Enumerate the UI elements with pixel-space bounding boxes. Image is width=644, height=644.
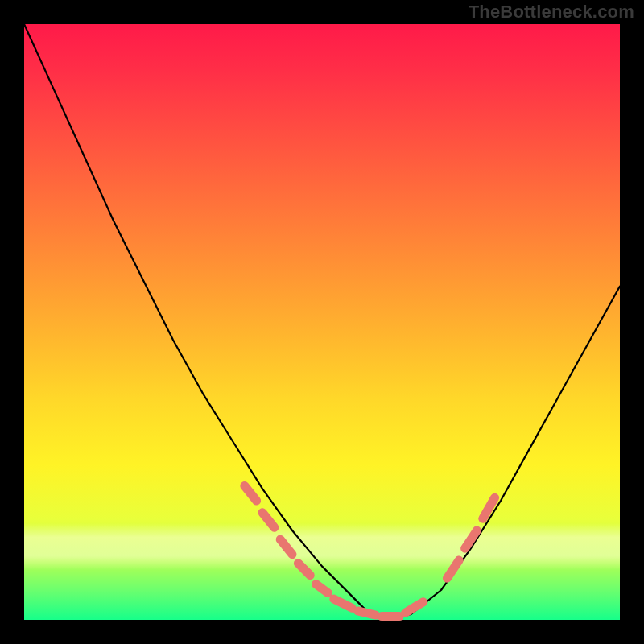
svg-line-10: [465, 530, 477, 548]
svg-line-3: [298, 564, 310, 576]
chart-frame: TheBottleneck.com: [0, 0, 644, 644]
plot-area: [24, 24, 620, 620]
bottleneck-curve: [24, 24, 620, 620]
svg-line-2: [280, 539, 292, 555]
highlight-markers: [245, 486, 495, 617]
svg-line-8: [406, 602, 423, 613]
curve-layer: [24, 24, 620, 620]
svg-line-0: [245, 486, 257, 502]
watermark-text: TheBottleneck.com: [469, 2, 634, 23]
svg-line-1: [262, 513, 275, 528]
svg-line-9: [447, 560, 459, 578]
svg-line-6: [357, 611, 375, 615]
svg-line-4: [316, 584, 328, 593]
svg-line-5: [334, 599, 352, 608]
svg-line-11: [483, 497, 495, 518]
